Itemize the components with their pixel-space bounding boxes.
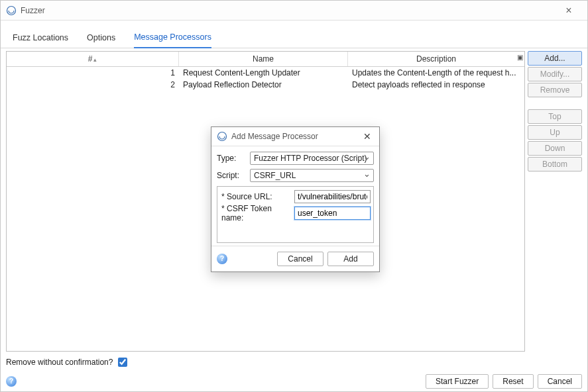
cell-description: Updates the Content-Length of the reques… — [348, 67, 524, 79]
top-button[interactable]: Top — [528, 109, 582, 124]
window-title: Fuzzer — [21, 6, 45, 15]
add-button[interactable]: Add... — [528, 51, 582, 66]
cell-description: Detect payloads reflected in response — [348, 79, 524, 91]
help-icon[interactable]: ? — [6, 376, 17, 387]
source-url-input[interactable] — [294, 190, 371, 203]
col-header-number-label: # — [88, 54, 93, 64]
script-combobox[interactable]: CSRF_URL — [250, 169, 374, 182]
dialog-close-icon[interactable]: ✕ — [361, 131, 374, 142]
col-header-number[interactable]: #▴ — [7, 52, 179, 66]
app-icon — [6, 5, 17, 16]
remove-confirm-row: Remove without confirmation? — [6, 356, 129, 369]
remove-confirm-checkbox[interactable] — [118, 358, 127, 367]
col-header-description[interactable]: Description ▣ — [348, 52, 524, 66]
tab-row: Fuzz Locations Options Message Processor… — [1, 21, 587, 48]
cell-name: Payload Reflection Detector — [179, 79, 348, 91]
dialog-title-bar: Add Message Processor ✕ — [211, 127, 379, 146]
title-bar: Fuzzer × — [1, 1, 587, 21]
cell-name: Request Content-Length Updater — [179, 67, 348, 79]
sort-asc-icon: ▴ — [93, 56, 97, 63]
param-row: * Source URL: — [220, 189, 371, 204]
app-icon — [217, 131, 227, 142]
col-header-name[interactable]: Name — [179, 52, 348, 66]
type-row: Type: Fuzzer HTTP Processor (Script) — [217, 152, 374, 165]
dialog-footer: ? Cancel Add — [211, 246, 379, 271]
bottom-bar: ? Start Fuzzer Reset Cancel — [1, 371, 587, 391]
add-processor-dialog: Add Message Processor ✕ Type: Fuzzer HTT… — [211, 126, 380, 272]
cell-number: 1 — [7, 67, 179, 79]
dialog-add-button[interactable]: Add — [327, 252, 374, 266]
type-label: Type: — [217, 154, 246, 163]
remove-confirm-label: Remove without confirmation? — [6, 358, 113, 367]
start-fuzzer-button[interactable]: Start Fuzzer — [426, 374, 489, 389]
reset-button[interactable]: Reset — [493, 374, 533, 389]
table-header-row: #▴ Name Description ▣ — [7, 52, 524, 67]
tab-fuzz-locations[interactable]: Fuzz Locations — [13, 33, 68, 48]
dialog-title: Add Message Processor — [231, 132, 318, 141]
script-label: Script: — [217, 171, 246, 180]
param-row: * CSRF Token name: — [220, 204, 371, 222]
tab-message-processors[interactable]: Message Processors — [134, 32, 211, 48]
up-button[interactable]: Up — [528, 125, 582, 140]
dialog-cancel-button[interactable]: Cancel — [277, 252, 323, 266]
help-icon[interactable]: ? — [217, 254, 227, 264]
bottom-buttons: Start Fuzzer Reset Cancel — [426, 374, 582, 389]
modify-button[interactable]: Modify... — [528, 67, 582, 81]
parameters-panel: * Source URL: * CSRF Token name: — [217, 186, 374, 243]
col-header-description-label: Description — [416, 54, 456, 64]
remove-button[interactable]: Remove — [528, 83, 582, 97]
table-menu-icon[interactable]: ▣ — [517, 54, 523, 61]
side-button-column: Add... Modify... Remove Top Up Down Bott… — [528, 51, 582, 352]
window-close-icon[interactable]: × — [556, 1, 582, 21]
down-button[interactable]: Down — [528, 141, 582, 156]
dialog-body: Type: Fuzzer HTTP Processor (Script) Scr… — [211, 146, 379, 246]
param-label: * Source URL: — [220, 192, 294, 201]
table-row[interactable]: 1 Request Content-Length Updater Updates… — [7, 67, 524, 79]
bottom-button[interactable]: Bottom — [528, 157, 582, 172]
cell-number: 2 — [7, 79, 179, 91]
script-row: Script: CSRF_URL — [217, 169, 374, 182]
type-combobox[interactable]: Fuzzer HTTP Processor (Script) — [250, 152, 374, 165]
csrf-token-name-input[interactable] — [294, 207, 371, 220]
tab-options[interactable]: Options — [87, 33, 115, 48]
table-row[interactable]: 2 Payload Reflection Detector Detect pay… — [7, 79, 524, 91]
param-label: * CSRF Token name: — [220, 204, 294, 222]
cancel-button[interactable]: Cancel — [538, 374, 582, 389]
